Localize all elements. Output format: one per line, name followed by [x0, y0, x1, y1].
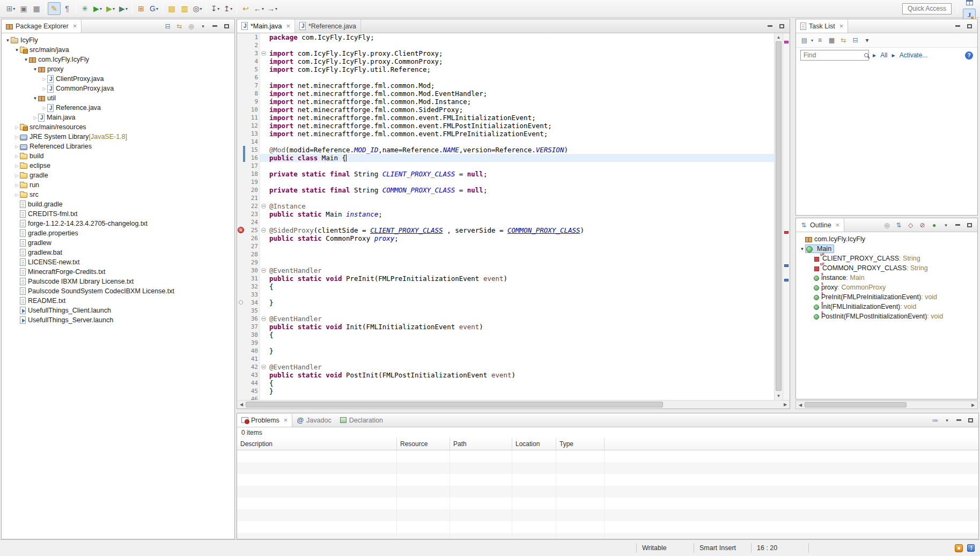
code-line[interactable]: 15@Mod(modid=Reference.MOD_ID,name=Refer… — [237, 146, 774, 154]
code-line[interactable]: 43public static void PostInit(FMLPostIni… — [237, 371, 774, 379]
minimize-icon[interactable] — [954, 415, 964, 425]
collapse-all-button[interactable]: ⊟ — [850, 35, 860, 46]
code-line[interactable]: 26public static CommonProxy proxy; — [237, 234, 774, 242]
hide-static-button[interactable]: ⊘ — [917, 220, 927, 230]
tree-item[interactable]: ▷run — [2, 180, 234, 190]
column-header-path[interactable]: Path — [450, 438, 512, 450]
expanded-arrow-icon[interactable]: ▼ — [799, 247, 805, 251]
code-line[interactable]: 44{ — [237, 379, 774, 387]
tree-item[interactable]: ▼src/main/java — [2, 45, 234, 55]
code-line[interactable]: 5import com.IcyFly.IcyFly.util.Reference… — [237, 65, 774, 73]
code-line[interactable]: 42@EventHandler — [237, 363, 774, 371]
code-line[interactable]: 7import net.minecraftforge.fml.common.Mo… — [237, 81, 774, 90]
close-icon[interactable]: × — [286, 22, 290, 30]
tree-item[interactable]: Paulscode SoundSystem CodecIBXM License.… — [2, 286, 234, 296]
tree-item[interactable]: forge-1.12.2-14.23.4.2705-changelog.txt — [2, 219, 234, 228]
maximize-icon[interactable] — [222, 21, 232, 31]
expanded-arrow-icon[interactable]: ▼ — [5, 38, 11, 43]
tree-item[interactable]: CREDITS-fml.txt — [2, 209, 234, 219]
scroll-right-icon[interactable]: ▶ — [781, 401, 790, 409]
coverage-button[interactable]: ▶▾ — [104, 2, 117, 15]
collapsed-arrow-icon[interactable]: ▷ — [14, 192, 20, 197]
code-line[interactable]: 38{ — [237, 331, 774, 339]
forward-button[interactable]: →▾ — [266, 2, 279, 15]
mark-occurrences-button[interactable]: ✎ — [48, 2, 61, 15]
background-jobs-icon[interactable] — [955, 544, 963, 552]
code-line[interactable]: 36@EventHandler — [237, 315, 774, 323]
tree-item[interactable]: ▷CommonProxy.java — [2, 84, 234, 93]
show-whitespace-button[interactable]: ¶ — [61, 2, 73, 15]
scroll-up-icon[interactable]: ▲ — [775, 33, 783, 41]
categorized-button[interactable]: ≡ — [815, 35, 825, 46]
scroll-left-icon[interactable]: ◀ — [796, 401, 805, 409]
outline-item[interactable]: sPostInit(FMLPostInitializationEvent) : … — [796, 312, 977, 321]
code-line[interactable]: 31public static void PreInit(FMLPreIniti… — [237, 275, 774, 283]
code-line[interactable]: 13import net.minecraftforge.fml.common.e… — [237, 130, 774, 138]
code-line[interactable]: 4import com.IcyFly.IcyFly.proxy.CommonPr… — [237, 57, 774, 65]
quick-access-box[interactable]: Quick Access — [902, 3, 952, 14]
fold-minus-icon[interactable] — [261, 51, 266, 56]
minimize-icon[interactable] — [953, 21, 963, 31]
problems-tab-problems[interactable]: Problems× — [237, 413, 292, 427]
column-header-description[interactable]: Description — [237, 438, 397, 450]
expanded-arrow-icon[interactable]: ▼ — [23, 57, 29, 62]
open-perspective-button[interactable] — [963, 0, 976, 9]
maximize-icon[interactable] — [777, 21, 787, 31]
table-row[interactable] — [237, 521, 978, 533]
debug-button[interactable]: ✳ — [78, 2, 91, 15]
maximize-icon[interactable] — [964, 21, 975, 31]
column-header-location[interactable]: Location — [512, 438, 556, 450]
scheduled-button[interactable]: ▦ — [827, 35, 837, 46]
outline-tab[interactable]: ⇅ Outline × — [796, 218, 844, 232]
external-tools-button[interactable]: ▶▾ — [117, 2, 130, 15]
tree-item[interactable]: ▷src/main/resources — [2, 122, 234, 132]
editor-hscrollbar[interactable]: ◀ ▶ — [237, 400, 790, 409]
collapsed-arrow-icon[interactable]: ▷ — [14, 154, 20, 159]
link-with-editor-button[interactable]: ⇆ — [838, 35, 849, 46]
collapsed-arrow-icon[interactable]: ▷ — [41, 106, 47, 110]
outline-hscrollbar[interactable]: ◀ ▶ — [795, 401, 978, 409]
column-header-type[interactable]: Type — [556, 438, 605, 450]
code-line[interactable]: 30@EventHandler — [237, 266, 774, 275]
code-line[interactable]: 21 — [237, 194, 774, 202]
run-button[interactable]: ▶▾ — [91, 2, 104, 15]
view-menu-button[interactable]: ▾ — [941, 220, 951, 230]
code-line[interactable]: 45} — [237, 387, 774, 395]
minimize-icon[interactable] — [210, 21, 220, 31]
scroll-down-icon[interactable]: ▼ — [775, 392, 783, 400]
focus-button[interactable]: ◎ — [882, 220, 892, 230]
expanded-arrow-icon[interactable]: ▼ — [32, 96, 38, 101]
code-area[interactable]: 1package com.IcyFly.IcyFly;23import com.… — [237, 33, 774, 400]
tree-item[interactable]: ▼com.IcyFly.IcyFly — [2, 55, 234, 64]
tree-item[interactable]: ▷eclipse — [2, 161, 234, 170]
code-line[interactable]: 34} — [237, 299, 774, 307]
code-line[interactable]: 17 — [237, 162, 774, 170]
open-folder-button[interactable]: ▥ — [178, 2, 191, 15]
table-row[interactable] — [237, 450, 978, 462]
next-annotation-button[interactable]: ↧▾ — [209, 2, 222, 15]
outline-item[interactable]: com.IcyFly.IcyFly — [796, 234, 977, 244]
tree-item[interactable]: ▷ClientProxy.java — [2, 74, 234, 84]
info-marker-icon[interactable] — [239, 300, 243, 305]
open-resource-button[interactable]: ▤ — [165, 2, 178, 15]
code-line[interactable]: 27 — [237, 242, 774, 250]
code-line[interactable]: ×25@SidedProxy(clientSide = CLIENT_PROXY… — [237, 226, 774, 234]
minimize-icon[interactable] — [765, 21, 775, 31]
sort-button[interactable]: ⇅ — [894, 220, 904, 230]
table-row[interactable] — [237, 486, 978, 498]
tree-item[interactable]: ▷Referenced Libraries — [2, 142, 234, 151]
expanded-arrow-icon[interactable]: ▼ — [14, 48, 20, 53]
code-line[interactable]: 29 — [237, 258, 774, 266]
code-line[interactable]: 20private static final String COMMON_PRO… — [237, 186, 774, 194]
tree-item[interactable]: ▼util — [2, 93, 234, 103]
overview-mark[interactable] — [784, 41, 789, 43]
hscroll-thumb[interactable] — [805, 402, 907, 407]
package-explorer-tab[interactable]: Package Explorer × — [2, 19, 82, 33]
editor-vscrollbar[interactable]: ▲ ▼ — [774, 33, 783, 400]
scroll-right-icon[interactable]: ▶ — [969, 401, 977, 409]
tree-item[interactable]: ▷JRE System Library [JavaSE-1.8] — [2, 132, 234, 142]
table-row[interactable] — [237, 498, 978, 509]
back-button[interactable]: ←▾ — [252, 2, 266, 15]
minimize-icon[interactable] — [953, 220, 963, 230]
tree-item[interactable]: UsefullThings_Client.launch — [2, 306, 234, 315]
